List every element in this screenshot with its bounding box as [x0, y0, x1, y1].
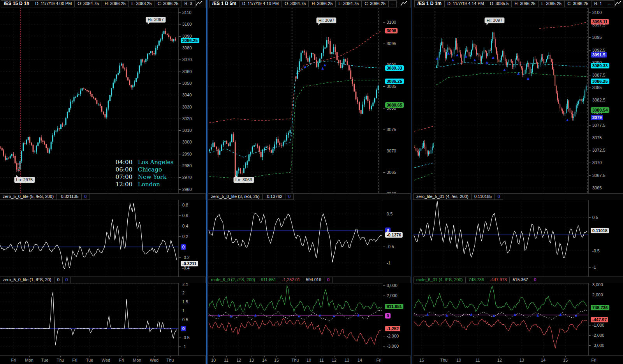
indicator-axis[interactable]: 0.5-0.5-10-0.1376 — [383, 200, 411, 276]
axis-tickmark — [179, 36, 181, 37]
axis-tickmark — [179, 60, 181, 60]
time-axis[interactable]: 15Thu101112131415Fri — [414, 355, 623, 364]
axis-tickmark — [179, 311, 181, 311]
time-tickmark — [444, 356, 444, 357]
axis-tickmark — [589, 37, 591, 38]
clock-row: 07:00New York — [113, 173, 174, 181]
price-axis[interactable]: 3100309530903085308030753070306530603098… — [383, 8, 411, 193]
price-axis[interactable]: 31003097.530953092.530903087.530853082.5… — [588, 8, 623, 193]
indicator-field: 0 — [324, 277, 333, 283]
ohlc-field: H: 3086.25 — [511, 0, 539, 7]
date-line-label: 11/19 — [17, 163, 21, 172]
axis-tickmark — [179, 72, 181, 72]
price-value-box: 0.11018 — [591, 228, 609, 233]
indicator-axis[interactable]: 3,0002,000-1,000-2,000-3,000748.736-447.… — [588, 283, 623, 355]
chart-style-icon[interactable] — [400, 1, 409, 7]
axis-tickmark — [179, 302, 181, 302]
chart-style-icon[interactable] — [614, 1, 621, 7]
time-tickmark — [60, 356, 61, 357]
axis-tickmark — [589, 12, 591, 13]
time-label: 10 — [211, 358, 216, 362]
axis-tick-label: 3075 — [387, 127, 396, 132]
indicator-plot[interactable] — [0, 283, 178, 355]
indicator-plot-svg — [0, 283, 178, 355]
clock-time: 06:00 — [113, 166, 132, 173]
time-axis[interactable]: 101112131415Thu1011121314Fri — [208, 355, 410, 364]
time-label: 13 — [249, 358, 254, 362]
axis-tick-label: 0.5 — [182, 317, 188, 322]
axis-tickmark — [383, 346, 385, 346]
time-tickmark — [360, 356, 360, 357]
clock-time: 12:00 — [113, 181, 132, 188]
axis-tick-label: 3065 — [592, 186, 602, 190]
axis-tick-label: 3082.5 — [592, 98, 605, 102]
indicator-plot[interactable] — [0, 200, 178, 276]
price-value-box: -0.3211 — [181, 261, 198, 266]
time-tickmark — [500, 356, 500, 357]
indicator-plot-svg — [414, 283, 588, 355]
axis-tickmark — [589, 335, 591, 336]
axis-tick-label: 3085 — [387, 84, 396, 89]
time-tickmark — [295, 356, 296, 357]
price-value-box: 3098 — [385, 28, 398, 33]
axis-tickmark — [383, 336, 385, 336]
axis-tick-label: 3100 — [592, 10, 602, 15]
axis-tick-label: -3,000 — [387, 344, 399, 348]
indicator-header: zero_5_0_lite (1, /ES, 20)00 — [0, 276, 205, 284]
price-value-box: 3098.11 — [591, 19, 609, 24]
indicator-field: zero_5_0_lite (3, /ES, 25) — [208, 194, 263, 200]
axis-tick-label: -0.2 — [182, 255, 190, 260]
grid-splitter[interactable] — [411, 0, 414, 364]
axis-tick-label: -0.5 — [387, 244, 394, 249]
axis-tick-label: 3000 — [182, 140, 192, 144]
price-chart[interactable]: Hi: 3097Lo: 3063 — [208, 8, 383, 193]
axis-tick-label: 3075 — [592, 135, 602, 140]
chart-column-2: /ES 1 D 5mD: 11/7/19 4:10 PMO: 3084.75H:… — [206, 0, 411, 364]
price-value-box: 911.851 — [385, 304, 403, 309]
indicator-plot[interactable] — [208, 283, 383, 355]
axis-tickmark — [179, 95, 181, 95]
grid-splitter[interactable] — [206, 0, 208, 364]
indicator-field: zero_5_0_lite (5, /ES, 200) — [0, 194, 57, 200]
indicator-axis[interactable]: 3,0002,000-2,000-3,000911.8510-1,252 — [383, 283, 411, 355]
price-chart[interactable]: Hi: 3097 — [414, 8, 588, 193]
indicator-field: -0.321135 — [56, 194, 82, 200]
axis-tickmark — [383, 86, 385, 87]
time-tickmark — [594, 356, 594, 357]
indicator-field: 0 — [531, 277, 539, 283]
indicator-plot[interactable] — [208, 200, 383, 276]
indicator-field: zero_5_0_lite (1, /ES, 20) — [0, 277, 55, 283]
time-tickmark — [170, 356, 171, 357]
axis-tickmark — [179, 107, 181, 107]
axis-tick-label: 3020 — [182, 116, 192, 121]
axis-tickmark — [589, 75, 591, 75]
price-axis[interactable]: 3110310030903080307030603050304030303020… — [178, 8, 206, 193]
axis-tickmark — [589, 285, 591, 285]
low-bubble: Lo: 2975 — [14, 177, 35, 183]
indicator-axis[interactable]: 0.80.60.40.2-0.2-0.40-0.3211 — [178, 200, 206, 276]
axis-tickmark — [179, 284, 181, 284]
indicator-axis[interactable]: 0.5-0.5-10.11018 — [588, 200, 623, 276]
price-value-box: 0 — [181, 244, 186, 250]
indicator-field: 0 — [62, 277, 71, 283]
indicator-plot-svg — [0, 200, 178, 276]
chart-style-icon[interactable] — [195, 1, 204, 7]
time-label: 13 — [519, 358, 524, 362]
axis-tickmark — [179, 338, 181, 338]
time-label: 11 — [319, 358, 324, 362]
axis-tickmark — [179, 226, 181, 226]
time-tickmark — [543, 356, 544, 357]
axis-tickmark — [383, 285, 385, 286]
axis-tick-label: 0.4 — [182, 224, 188, 228]
indicator-plot[interactable] — [414, 283, 588, 355]
time-tickmark — [106, 356, 106, 357]
price-chart[interactable]: 11/19Hi: 3097Lo: 297504:00Los Angeles06:… — [0, 8, 178, 193]
time-axis[interactable]: FriMonTueThuFriTueWedFriMonWedThu — [0, 355, 205, 364]
axis-tickmark — [383, 130, 385, 130]
axis-tickmark — [179, 257, 181, 258]
indicator-axis[interactable]: 2.521.510.5-0.5-10 — [178, 283, 206, 355]
price-value-box: 0 — [181, 326, 186, 331]
ohlc-field: O: 3085.5 — [487, 0, 512, 7]
indicator-plot[interactable] — [414, 200, 588, 276]
axis-tickmark — [589, 50, 591, 51]
